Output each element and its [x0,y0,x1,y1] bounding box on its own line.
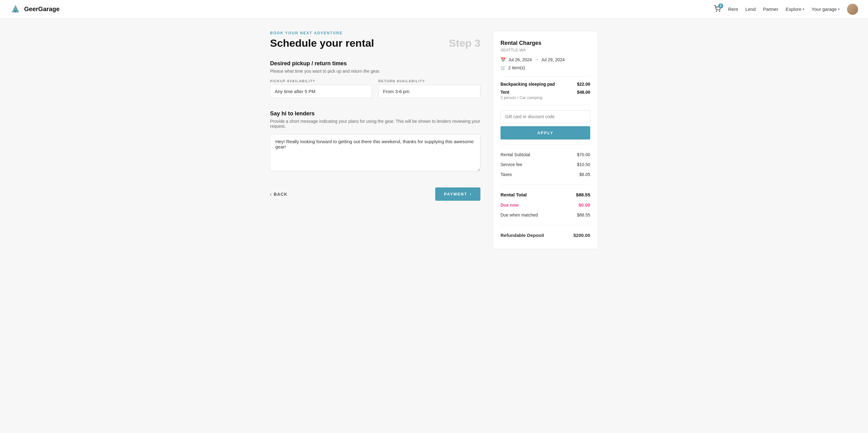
deposit-line: Refundable Deposit $200.00 [500,230,590,240]
return-field-group: RETURN AVAILABILITY [378,79,480,98]
avatar[interactable] [847,4,858,15]
right-panel: Rental Charges SEATTLE-WA 📅 Jul 26, 2024… [493,31,598,249]
main-content: BOOK YOUR NEXT ADVENTURE Schedule your r… [264,19,604,262]
brand-name: GeerGarage [24,6,60,13]
item-sub-1: 2 person / Car camping [500,95,542,100]
service-fee-line: Service fee $10.50 [500,160,590,169]
pickup-section-desc: Please what time you want to pick up and… [270,69,480,73]
total-value: $88.55 [576,192,590,197]
due-matched-label: Due when matched [500,213,538,217]
subtotal-value: $70.00 [577,152,590,157]
bottom-nav: ‹ BACK PAYMENT › [270,187,480,201]
due-matched-line: Due when matched $88.55 [500,210,590,220]
payment-arrow-icon: › [470,192,472,196]
due-now-label: Due now [500,203,519,208]
step-label: BOOK YOUR NEXT ADVENTURE [270,31,480,35]
item-name-1: Tent [500,90,542,95]
page-title: Schedule your rental [270,37,374,49]
item-info-1: Tent 2 person / Car camping [500,90,542,100]
due-matched-value: $88.55 [577,213,590,217]
back-arrow-icon: ‹ [270,192,272,197]
subtotal-label: Rental Subtotal [500,152,530,157]
deposit-value: $200.00 [574,233,590,238]
nav-link-lend[interactable]: Lend [745,6,755,12]
availability-row: PICKUP AVAILABILITY RETURN AVAILABILITY [270,79,480,98]
nav-link-rent[interactable]: Rent [728,6,738,12]
svg-point-3 [716,11,717,11]
cart-badge: 2 [718,3,723,8]
charges-title: Rental Charges [500,40,590,47]
left-panel: BOOK YOUR NEXT ADVENTURE Schedule your r… [270,31,480,201]
total-line: Rental Total $88.55 [500,190,590,200]
due-now-value: $0.00 [579,202,590,208]
divider-4 [500,184,590,185]
svg-rect-2 [14,10,17,12]
lenders-section: Say hi to lenders Provide a short messag… [270,111,480,173]
divider-1 [500,76,590,77]
back-button[interactable]: ‹ BACK [270,192,287,197]
lenders-message-textarea[interactable] [270,134,480,171]
service-fee-value: $10.50 [577,162,590,167]
total-label: Rental Total [500,192,527,197]
item-row-0: Backpacking sleeping pad $22.00 [500,82,590,87]
avatar-image [847,4,858,15]
service-fee-label: Service fee [500,162,522,167]
payment-button[interactable]: PAYMENT › [435,187,480,201]
pickup-field-group: PICKUP AVAILABILITY [270,79,372,98]
date-row: 📅 Jul 26, 2024 → Jul 29, 2024 [500,57,590,62]
divider-2 [500,105,590,105]
divider-3 [500,145,590,145]
brand: GeerGarage [10,4,60,15]
taxes-label: Taxes [500,172,512,177]
chevron-down-icon: ▾ [803,7,804,11]
pickup-input[interactable] [270,85,372,98]
discount-code-input[interactable] [500,110,590,123]
date-to: Jul 29, 2024 [541,57,564,62]
return-input[interactable] [378,85,480,98]
navbar-right: 2 Rent Lend Partner Explore ▾ Your garag… [714,4,858,15]
lenders-section-title: Say hi to lenders [270,111,480,117]
pickup-section-title: Desired pickup / return times [270,60,480,67]
step-number: Step 3 [449,37,480,49]
divider-5 [500,225,590,225]
item-row-1: Tent 2 person / Car camping $48.00 [500,90,590,100]
brand-logo-icon [10,4,21,15]
arrow-icon: → [534,57,538,62]
nav-dropdown-explore[interactable]: Explore ▾ [786,6,804,12]
date-from: Jul 26, 2024 [508,57,532,62]
cart-icon-wrap[interactable]: 2 [714,5,721,13]
page-title-row: Schedule your rental Step 3 [270,37,480,49]
pickup-label: PICKUP AVAILABILITY [270,79,372,83]
chevron-down-icon: ▾ [838,7,840,11]
deposit-label: Refundable Deposit [500,233,544,238]
svg-point-4 [719,11,720,11]
taxes-line: Taxes $8.05 [500,169,590,179]
item-price-1: $48.00 [577,90,590,95]
lenders-section-desc: Provide a short message indicating your … [270,119,480,129]
subtotal-line: Rental Subtotal $70.00 [500,150,590,160]
items-cart-icon: 🛒 [500,65,506,70]
due-now-line: Due now $0.00 [500,200,590,210]
nav-dropdown-garage[interactable]: Your garage ▾ [812,6,840,12]
calendar-icon: 📅 [500,57,506,62]
navbar: GeerGarage 2 Rent Lend Partner Explore ▾… [0,0,868,19]
charges-location: SEATTLE-WA [500,48,590,52]
item-info-0: Backpacking sleeping pad [500,82,555,87]
apply-button[interactable]: APPLY [500,126,590,140]
item-name-0: Backpacking sleeping pad [500,82,555,87]
item-price-0: $22.00 [577,82,590,87]
nav-link-partner[interactable]: Partner [763,6,778,12]
items-count: 2 item(s) [508,65,525,70]
pickup-section: Desired pickup / return times Please wha… [270,60,480,98]
return-label: RETURN AVAILABILITY [378,79,480,83]
taxes-value: $8.05 [579,172,590,177]
items-row: 🛒 2 item(s) [500,65,590,70]
